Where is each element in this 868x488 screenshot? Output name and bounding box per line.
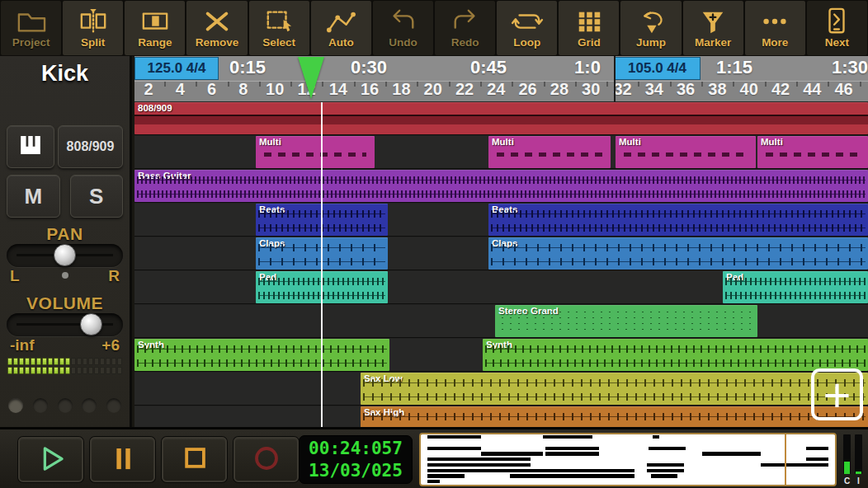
panel-page-dots [5, 391, 125, 420]
volume-knob[interactable] [80, 313, 102, 336]
pause-button[interactable] [90, 437, 155, 482]
add-clip-button[interactable]: + [811, 368, 863, 420]
audio-clip[interactable]: Beats [488, 204, 868, 236]
ruler-bar-number: 40 [740, 82, 758, 99]
toolbar-button-label: Loop [513, 37, 540, 49]
toolbar-button-auto[interactable]: Auto [311, 1, 371, 55]
meter-led [36, 358, 41, 365]
meter-led [48, 367, 53, 374]
toolbar-button-split[interactable]: Split [63, 1, 123, 55]
audio-clip[interactable]: Stereo Grand [495, 305, 757, 337]
toolbar-button-next[interactable]: Next [807, 1, 867, 55]
ruler-bar-number: 42 [771, 82, 790, 99]
meter-led [71, 358, 76, 365]
minimap-playhead [785, 434, 786, 485]
pan-knob[interactable] [54, 244, 76, 266]
audio-clip[interactable]: Pad [256, 271, 388, 303]
meter-led [31, 367, 35, 374]
meter-led [94, 367, 99, 374]
record-button[interactable] [234, 437, 299, 482]
track-row-sax-low[interactable]: Sax Low [134, 373, 868, 406]
instrument-preset-button[interactable]: 808/909 [58, 125, 123, 168]
track-row-synth[interactable]: SynthSynth [134, 339, 868, 372]
pan-slider[interactable] [7, 244, 123, 267]
ruler-bar-number: 10 [266, 82, 284, 99]
ruler-bar-number: 34 [645, 82, 663, 99]
audio-clip[interactable]: Multi [488, 136, 611, 168]
timeline-ruler[interactable]: 125.0 4/4105.0 4/40:150:300:451:01:151:3… [134, 56, 868, 102]
track-row-pad[interactable]: PadPad [134, 271, 868, 304]
track-row-stereo-grand[interactable]: Stereo Grand [134, 305, 868, 338]
track-row-beats[interactable]: BeatsBeats [134, 204, 868, 237]
toolbar-button-project[interactable]: Project [1, 1, 61, 55]
selected-track-title: Kick [0, 61, 130, 87]
toolbar-button-jump[interactable]: Jump [620, 1, 681, 55]
solo-button[interactable]: S [70, 175, 124, 218]
mute-solo-row: M S [7, 175, 123, 218]
toolbar: ProjectSplitRangeRemoveSelectAutoUndoRed… [0, 0, 868, 56]
instrument-button[interactable] [7, 125, 54, 168]
ruler-bar-row[interactable]: 2468101214161820222426283032343638404244… [134, 82, 868, 101]
audio-clip[interactable]: 808/909 [134, 102, 868, 134]
toolbar-button-select[interactable]: Select [249, 1, 309, 55]
volume-label: VOLUME [0, 293, 130, 313]
song-overview-minimap[interactable] [419, 433, 837, 486]
ruler-time-label: 0:30 [351, 57, 387, 78]
stop-button[interactable] [162, 437, 227, 482]
meter-led [100, 367, 105, 374]
volume-max-label: +6 [101, 336, 120, 354]
marker-icon [696, 7, 730, 35]
time-display[interactable]: 00:24:057 13/03/025 [299, 435, 413, 484]
audio-clip[interactable]: Claps [256, 237, 388, 270]
tempo-marker[interactable]: 105.0 4/4 [614, 57, 701, 80]
minimap-row [421, 474, 835, 477]
toolbar-button-redo[interactable]: Redo [435, 1, 495, 55]
toolbar-button-marker[interactable]: Marker [683, 1, 743, 55]
mute-button[interactable]: M [7, 175, 60, 218]
meter-led [83, 358, 87, 365]
audio-clip[interactable]: Pad [723, 271, 868, 303]
audio-clip[interactable]: Claps [488, 237, 868, 270]
toolbar-button-remove[interactable]: Remove [186, 1, 247, 55]
tempo-change-divider [614, 56, 616, 102]
ruler-bar-number: 18 [392, 82, 410, 99]
toolbar-button-label: Undo [389, 37, 417, 49]
play-button[interactable] [18, 437, 83, 482]
ruler-time-row[interactable]: 125.0 4/4105.0 4/40:150:300:451:01:151:3… [134, 56, 868, 82]
toolbar-button-undo[interactable]: Undo [373, 1, 433, 55]
audio-clip[interactable]: Synth [134, 339, 389, 371]
io-meters: CI [843, 434, 865, 487]
audio-clip[interactable]: Sax Low [361, 373, 868, 405]
ruler-time-label: 0:15 [229, 57, 266, 78]
stop-icon [175, 441, 215, 479]
track-row-bass-guitar[interactable]: Bass Guitar [134, 170, 868, 203]
toolbar-button-loop[interactable]: Loop [497, 1, 557, 55]
meter-led [7, 358, 12, 365]
select-icon [262, 7, 296, 35]
toolbar-button-range[interactable]: Range [125, 1, 185, 55]
split-icon [76, 7, 111, 35]
minimap-row [421, 435, 835, 439]
toolbar-button-grid[interactable]: Grid [559, 1, 619, 55]
volume-slider[interactable] [7, 313, 123, 336]
audio-clip[interactable]: Multi [757, 136, 868, 168]
toolbar-button-more[interactable]: More [745, 1, 805, 55]
audio-clip[interactable]: Beats [256, 204, 388, 236]
time-position: 00:24:057 [309, 438, 403, 459]
audio-clip[interactable]: Multi [616, 136, 756, 168]
playhead-marker[interactable] [298, 57, 324, 99]
ruler-bar-number: 36 [677, 82, 695, 99]
toolbar-button-label: Next [825, 37, 849, 49]
track-row-multi[interactable]: MultiMultiMultiMulti [134, 136, 868, 169]
track-row-808-909[interactable]: 808/909 [134, 102, 868, 135]
audio-clip[interactable]: Multi [256, 136, 375, 168]
toolbar-button-label: Auto [328, 37, 354, 49]
track-row-claps[interactable]: ClapsClaps [134, 237, 868, 270]
audio-clip[interactable]: Sax High [361, 406, 868, 427]
ruler-bar-number: 4 [176, 82, 185, 99]
track-row-sax-high[interactable]: Sax High [134, 406, 868, 427]
audio-clip[interactable]: Synth [483, 339, 868, 371]
meter-led [117, 367, 122, 374]
audio-clip[interactable]: Bass Guitar [134, 170, 868, 202]
tempo-marker[interactable]: 125.0 4/4 [134, 57, 219, 80]
